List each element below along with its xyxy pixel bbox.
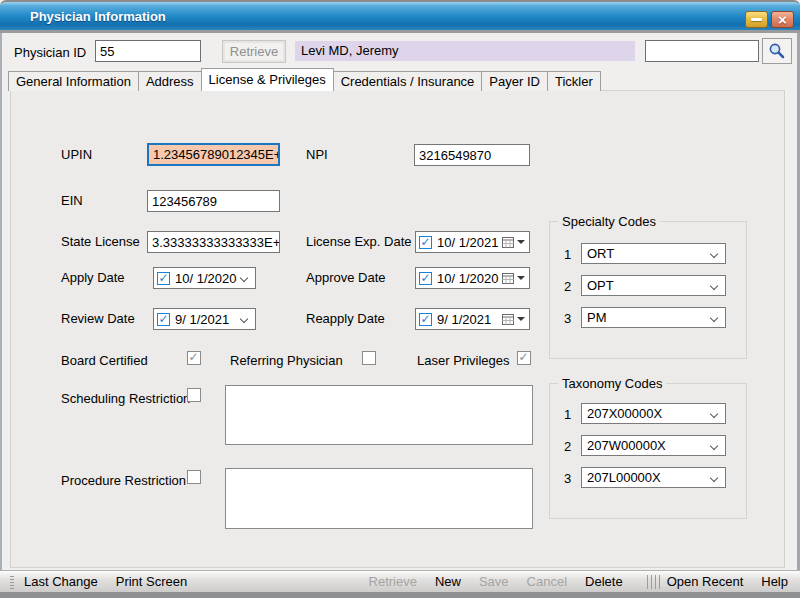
ein-label: EIN [61, 193, 83, 208]
specialty-code-2-select[interactable]: OPT [581, 275, 726, 296]
search-button[interactable] [762, 38, 792, 64]
board-certified-label: Board Certified [61, 353, 148, 368]
titlebar-separator [0, 30, 800, 33]
physician-id-input[interactable] [95, 40, 201, 62]
titlebar: Physician Information × [0, 0, 800, 30]
procedure-restriction-textarea[interactable] [225, 468, 533, 529]
physician-id-label: Physician ID [14, 45, 86, 60]
window-border-left [0, 33, 2, 592]
chevron-down-icon [710, 474, 718, 482]
specialty-code-3-number: 3 [564, 311, 571, 326]
reapply-date-label: Reapply Date [306, 311, 385, 326]
specialty-code-2-number: 2 [564, 279, 571, 294]
license-exp-date-checkbox[interactable] [419, 236, 432, 249]
taxonomy-code-1-value: 207X00000X [587, 406, 662, 421]
physician-information-window: Physician Information × Physician ID Ret… [0, 0, 800, 598]
tab-payer-id[interactable]: Payer ID [481, 71, 548, 91]
close-icon: × [778, 12, 787, 27]
tab-license-privileges[interactable]: License & Privileges [201, 68, 334, 91]
laser-privileges-checkbox[interactable] [517, 351, 531, 365]
upin-input[interactable] [147, 143, 280, 166]
license-exp-date-label: License Exp. Date [306, 234, 412, 249]
statusbar-help[interactable]: Help [761, 574, 788, 589]
specialty-code-3-select[interactable]: PM [581, 307, 726, 328]
chevron-down-icon [710, 410, 718, 418]
statusbar: Last Change Print Screen Retrieve New Sa… [0, 570, 800, 592]
chevron-down-icon [710, 282, 718, 290]
chevron-down-icon [710, 314, 718, 322]
chevron-down-icon [710, 250, 718, 258]
calendar-icon [502, 236, 514, 248]
statusbar-print-screen[interactable]: Print Screen [116, 574, 188, 589]
statusbar-open-recent[interactable]: Open Recent [667, 574, 744, 589]
taxonomy-code-1-select[interactable]: 207X00000X [581, 403, 726, 424]
license-exp-date-picker[interactable]: 10/ 1/2021 [415, 231, 530, 253]
taxonomy-code-3-number: 3 [564, 471, 571, 486]
statusbar-grip [10, 575, 14, 589]
chevron-down-icon [240, 274, 248, 282]
dropdown-arrow-icon [517, 240, 525, 244]
procedure-restriction-checkbox[interactable] [187, 470, 201, 484]
review-date-value: 9/ 1/2021 [175, 312, 229, 327]
taxonomy-code-2-number: 2 [564, 439, 571, 454]
board-certified-checkbox[interactable] [187, 351, 201, 365]
taxonomy-code-2-select[interactable]: 207W00000X [581, 435, 726, 456]
chevron-down-icon [710, 442, 718, 450]
close-button[interactable]: × [771, 11, 794, 28]
state-license-label: State License [61, 234, 140, 249]
ein-input[interactable] [147, 190, 280, 212]
calendar-icon [502, 313, 514, 325]
state-license-input[interactable] [147, 231, 280, 253]
reapply-date-picker[interactable]: 9/ 1/2021 [415, 308, 530, 330]
review-date-picker[interactable]: 9/ 1/2021 [153, 308, 256, 330]
upin-label: UPIN [61, 147, 92, 162]
apply-date-picker[interactable]: 10/ 1/2020 [153, 267, 256, 289]
scheduling-restriction-textarea[interactable] [225, 385, 533, 445]
approve-date-value: 10/ 1/2020 [437, 271, 498, 286]
approve-date-label: Approve Date [306, 270, 386, 285]
approve-date-checkbox[interactable] [419, 272, 432, 285]
specialty-code-1-number: 1 [564, 247, 571, 262]
statusbar-save[interactable]: Save [479, 574, 509, 589]
scheduling-restriction-checkbox[interactable] [187, 388, 201, 402]
tabstrip: General Information Address License & Pr… [8, 68, 600, 91]
search-input[interactable] [645, 40, 759, 62]
approve-date-picker[interactable]: 10/ 1/2020 [415, 267, 530, 289]
window-border-bottom [0, 592, 800, 598]
review-date-checkbox[interactable] [157, 313, 170, 326]
physician-name-display: Levi MD, Jeremy [295, 41, 635, 61]
chevron-down-icon [240, 315, 248, 323]
retrieve-button[interactable]: Retrieve [222, 40, 286, 63]
window-title: Physician Information [30, 2, 166, 32]
statusbar-retrieve[interactable]: Retrieve [369, 574, 417, 589]
specialty-code-1-value: ORT [587, 246, 614, 261]
reapply-date-value: 9/ 1/2021 [437, 312, 491, 327]
review-date-label: Review Date [61, 311, 135, 326]
taxonomy-codes-group: Taxonomy Codes 1 207X00000X 2 207W00000X… [549, 383, 747, 519]
statusbar-delete[interactable]: Delete [585, 574, 623, 589]
search-icon [768, 42, 786, 60]
minimize-button[interactable] [745, 11, 768, 28]
taxonomy-code-3-value: 207L00000X [587, 470, 661, 485]
specialty-codes-title: Specialty Codes [558, 214, 660, 229]
tab-general-information[interactable]: General Information [8, 71, 139, 91]
apply-date-checkbox[interactable] [157, 272, 170, 285]
reapply-date-checkbox[interactable] [419, 313, 432, 326]
taxonomy-code-3-select[interactable]: 207L00000X [581, 467, 726, 488]
statusbar-cancel[interactable]: Cancel [527, 574, 567, 589]
specialty-code-1-select[interactable]: ORT [581, 243, 726, 264]
dropdown-arrow-icon [517, 317, 525, 321]
scheduling-restriction-label: Scheduling Restriction [61, 391, 190, 406]
statusbar-last-change[interactable]: Last Change [24, 574, 98, 589]
tab-credentials-insurance[interactable]: Credentials / Insurance [333, 71, 483, 91]
tab-address[interactable]: Address [138, 71, 202, 91]
referring-physician-checkbox[interactable] [362, 351, 376, 365]
statusbar-new[interactable]: New [435, 574, 461, 589]
apply-date-value: 10/ 1/2020 [175, 271, 236, 286]
statusbar-separator-grip [647, 575, 661, 589]
procedure-restriction-label: Procedure Restriction [61, 473, 186, 488]
specialty-codes-group: Specialty Codes 1 ORT 2 OPT 3 PM [549, 221, 747, 359]
dropdown-arrow-icon [517, 276, 525, 280]
tab-tickler[interactable]: Tickler [547, 71, 601, 91]
npi-input[interactable] [414, 144, 530, 166]
